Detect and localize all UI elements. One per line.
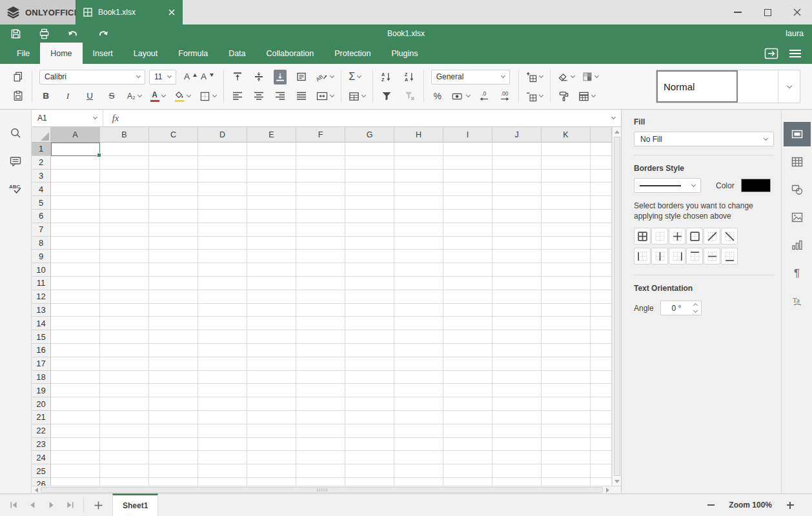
cell-B13[interactable]: [100, 304, 149, 317]
cell-F2[interactable]: [296, 156, 345, 170]
increase-decimal-button[interactable]: .00: [498, 89, 511, 104]
cell-D23[interactable]: [198, 438, 247, 452]
row-header-12[interactable]: 12: [32, 290, 51, 304]
previous-sheet-button[interactable]: [25, 498, 40, 512]
underline-button[interactable]: U: [83, 89, 96, 104]
cell-E7[interactable]: [247, 223, 296, 237]
scroll-right-button[interactable]: [603, 486, 612, 493]
cell-partial-10[interactable]: [591, 263, 612, 277]
cell-F25[interactable]: [296, 464, 345, 478]
cell-F21[interactable]: [296, 411, 345, 424]
cell-B23[interactable]: [100, 438, 149, 452]
cell-B2[interactable]: [100, 156, 149, 170]
cell-G6[interactable]: [345, 210, 394, 223]
cell-J18[interactable]: [492, 371, 542, 384]
vertical-scrollbar[interactable]: [612, 127, 621, 486]
cell-partial-6[interactable]: [591, 210, 612, 223]
menu-tab-insert[interactable]: Insert: [83, 43, 123, 64]
cell-K2[interactable]: [542, 156, 591, 170]
cell-G16[interactable]: [345, 344, 394, 357]
save-button[interactable]: [10, 28, 21, 39]
cell-D19[interactable]: [198, 384, 247, 397]
cell-partial-8[interactable]: [591, 237, 612, 250]
cell-B7[interactable]: [100, 223, 149, 237]
cell-partial-25[interactable]: [591, 464, 612, 478]
cell-J4[interactable]: [492, 183, 542, 196]
cell-D12[interactable]: [198, 290, 247, 304]
merge-cells-button[interactable]: [316, 89, 334, 104]
increase-font-size-button[interactable]: A: [184, 70, 197, 84]
orientation-button[interactable]: AB: [316, 70, 334, 84]
cell-I14[interactable]: [443, 317, 492, 330]
cell-I17[interactable]: [443, 357, 492, 371]
fill-select[interactable]: No Fill: [634, 132, 774, 146]
column-header-K[interactable]: K: [542, 127, 591, 143]
cell-I2[interactable]: [443, 156, 492, 170]
outside-borders-button[interactable]: [686, 228, 703, 244]
cell-H25[interactable]: [394, 464, 443, 478]
cell-B15[interactable]: [100, 330, 149, 344]
row-header-8[interactable]: 8: [32, 237, 51, 250]
cell-C23[interactable]: [149, 438, 198, 452]
horizontal-center-border-button[interactable]: [704, 248, 720, 264]
cell-F14[interactable]: [296, 317, 345, 330]
wrap-text-button[interactable]: [295, 70, 308, 84]
cell-A3[interactable]: [51, 170, 100, 183]
cell-F17[interactable]: [296, 357, 345, 371]
cell-K23[interactable]: [542, 438, 591, 452]
table-settings-tab[interactable]: [784, 150, 811, 174]
cell-B9[interactable]: [100, 250, 149, 263]
cell-B19[interactable]: [100, 384, 149, 397]
cell-K1[interactable]: [542, 143, 591, 156]
cell-C9[interactable]: [149, 250, 198, 263]
sort-descending-button[interactable]: Z A: [403, 70, 416, 84]
cell-C17[interactable]: [149, 357, 198, 371]
sheet-tab-sheet1[interactable]: Sheet1: [112, 493, 158, 516]
cell-J6[interactable]: [492, 210, 542, 223]
cell-styles-expand-button[interactable]: [778, 70, 800, 103]
cell-partial-22[interactable]: [591, 424, 612, 438]
cell-A10[interactable]: [51, 263, 100, 277]
cell-B11[interactable]: [100, 277, 149, 290]
cell-style-normal[interactable]: Normal: [656, 70, 738, 103]
cell-B4[interactable]: [100, 183, 149, 196]
cell-A15[interactable]: [51, 330, 100, 344]
cell-partial-24[interactable]: [591, 451, 612, 464]
cell-E26[interactable]: [247, 478, 296, 486]
chart-settings-tab[interactable]: [784, 233, 811, 257]
cell-E23[interactable]: [247, 438, 296, 452]
cell-partial-1[interactable]: [591, 143, 612, 156]
cell-J1[interactable]: [492, 143, 542, 156]
cell-D14[interactable]: [198, 317, 247, 330]
cell-B1[interactable]: [100, 143, 149, 156]
paragraph-settings-tab[interactable]: ¶: [784, 261, 811, 285]
cell-G26[interactable]: [345, 478, 394, 486]
row-header-5[interactable]: 5: [32, 196, 51, 210]
cell-G2[interactable]: [345, 156, 394, 170]
cell-C13[interactable]: [149, 304, 198, 317]
left-border-button[interactable]: [634, 248, 651, 264]
menu-tab-plugins[interactable]: Plugins: [381, 43, 429, 64]
cell-I15[interactable]: [443, 330, 492, 344]
cell-partial-13[interactable]: [591, 304, 612, 317]
cell-G7[interactable]: [345, 223, 394, 237]
cell-K25[interactable]: [542, 464, 591, 478]
cell-J15[interactable]: [492, 330, 542, 344]
cell-G19[interactable]: [345, 384, 394, 397]
cell-I3[interactable]: [443, 170, 492, 183]
cell-E12[interactable]: [247, 290, 296, 304]
close-window-button[interactable]: [782, 0, 812, 25]
cell-I4[interactable]: [443, 183, 492, 196]
cell-F13[interactable]: [296, 304, 345, 317]
cell-B24[interactable]: [100, 451, 149, 464]
cell-H14[interactable]: [394, 317, 443, 330]
row-header-20[interactable]: 20: [32, 397, 51, 411]
cell-A2[interactable]: [51, 156, 100, 170]
cell-H16[interactable]: [394, 344, 443, 357]
spinner-down-icon[interactable]: [693, 308, 698, 313]
cell-F4[interactable]: [296, 183, 345, 196]
cell-partial-14[interactable]: [591, 317, 612, 330]
cell-E21[interactable]: [247, 411, 296, 424]
cell-B14[interactable]: [100, 317, 149, 330]
align-middle-button[interactable]: [252, 70, 265, 84]
